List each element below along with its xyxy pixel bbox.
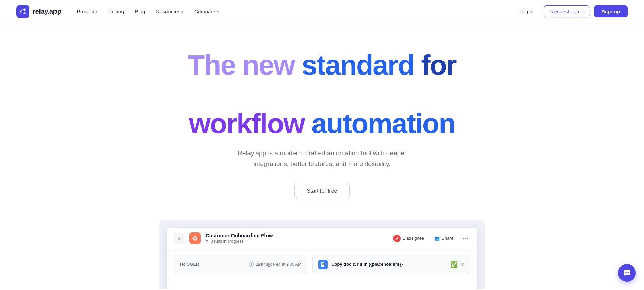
- svg-point-5: [625, 272, 626, 273]
- collapse-button[interactable]: »: [174, 233, 184, 244]
- nav-links: Product ▾ Pricing Blog Resources ▾ Compa…: [72, 6, 514, 17]
- nav-actions: Log in Request demo Sign up: [514, 5, 628, 17]
- logo-text: relay.app: [33, 7, 61, 15]
- svg-rect-2: [322, 263, 324, 264]
- trigger-card: Trigger 🕐 Last triggered at 9:00 AM: [174, 255, 307, 274]
- action-card: Copy doc & fill in {{placeholders}} ✅ ✕: [312, 255, 470, 274]
- product-screenshot: » Customer Onboarding Flow ⟳ 3 runs in p…: [159, 220, 485, 289]
- logo-link[interactable]: relay.app: [16, 5, 61, 18]
- flow-meta: ⟳ 3 runs in progress: [206, 239, 386, 244]
- flow-title: Customer Onboarding Flow: [206, 232, 386, 238]
- nav-pricing[interactable]: Pricing: [103, 6, 129, 17]
- start-free-button[interactable]: Start for free: [294, 183, 350, 199]
- main-nav: relay.app Product ▾ Pricing Blog Resourc…: [0, 0, 644, 23]
- nav-compare[interactable]: Compare ▾: [190, 6, 223, 17]
- runs-icon: ⟳: [206, 239, 209, 244]
- request-demo-button[interactable]: Request demo: [544, 5, 590, 17]
- svg-point-7: [628, 272, 629, 273]
- share-icon: 👥: [434, 236, 440, 241]
- more-options-button[interactable]: ⋯: [461, 233, 470, 243]
- hero-section: The new standard for workflow automation…: [135, 23, 509, 220]
- flow-info: Customer Onboarding Flow ⟳ 3 runs in pro…: [206, 232, 386, 244]
- action-card-right: ✅ ✕: [450, 261, 465, 268]
- login-button[interactable]: Log in: [514, 6, 540, 17]
- screenshot-inner: » Customer Onboarding Flow ⟳ 3 runs in p…: [167, 228, 477, 289]
- hero-title: The new standard for workflow automation: [151, 50, 493, 138]
- svg-rect-3: [322, 264, 324, 264]
- nav-product[interactable]: Product ▾: [72, 6, 102, 17]
- svg-point-0: [23, 12, 26, 14]
- screenshot-body: Trigger 🕐 Last triggered at 9:00 AM: [167, 249, 477, 280]
- trigger-meta: 🕐 Last triggered at 9:00 AM: [249, 262, 301, 267]
- logo-icon: [16, 5, 29, 18]
- nav-blog[interactable]: Blog: [130, 6, 150, 17]
- chevron-down-icon: ▾: [182, 10, 183, 13]
- hero-subtitle: Relay.app is a modern, crafted automatio…: [227, 148, 417, 169]
- assignee-avatar: A: [393, 235, 401, 242]
- chevron-down-icon: ▾: [217, 10, 219, 13]
- svg-rect-4: [322, 265, 323, 265]
- clock-icon: 🕐: [249, 262, 254, 267]
- nav-resources[interactable]: Resources ▾: [151, 6, 188, 17]
- assignee-button[interactable]: A 1 assignee: [390, 233, 427, 243]
- signup-button[interactable]: Sign up: [594, 5, 628, 17]
- doc-icon: [318, 260, 328, 269]
- chevron-down-icon: ▾: [96, 10, 97, 13]
- screenshot-header: » Customer Onboarding Flow ⟳ 3 runs in p…: [167, 228, 477, 249]
- chat-bubble[interactable]: [618, 264, 636, 282]
- share-button[interactable]: 👥 Share: [432, 234, 456, 242]
- svg-point-6: [627, 272, 628, 273]
- action-card-left: Copy doc & fill in {{placeholders}}: [318, 260, 403, 269]
- close-icon[interactable]: ✕: [461, 262, 465, 267]
- check-icon: ✅: [450, 261, 458, 268]
- flow-actions: A 1 assignee 👥 Share ⋯: [390, 233, 470, 243]
- hubspot-icon: [189, 232, 201, 244]
